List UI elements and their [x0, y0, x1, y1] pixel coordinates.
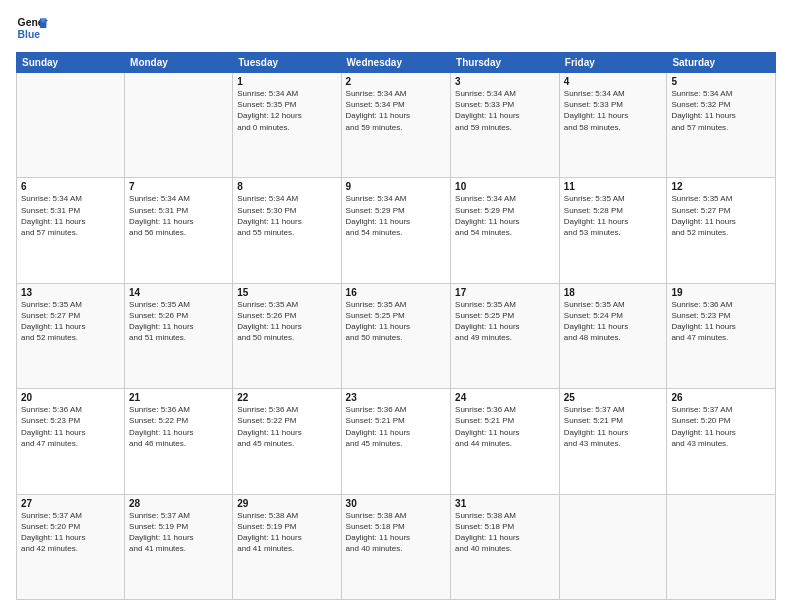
calendar-day-cell: 4Sunrise: 5:34 AM Sunset: 5:33 PM Daylig…: [559, 73, 667, 178]
weekday-header: Thursday: [451, 53, 560, 73]
calendar-week-row: 27Sunrise: 5:37 AM Sunset: 5:20 PM Dayli…: [17, 494, 776, 599]
calendar-day-cell: 31Sunrise: 5:38 AM Sunset: 5:18 PM Dayli…: [451, 494, 560, 599]
day-info: Sunrise: 5:35 AM Sunset: 5:28 PM Dayligh…: [564, 193, 663, 238]
weekday-header: Sunday: [17, 53, 125, 73]
day-info: Sunrise: 5:35 AM Sunset: 5:25 PM Dayligh…: [346, 299, 447, 344]
day-number: 20: [21, 392, 120, 403]
calendar-day-cell: 7Sunrise: 5:34 AM Sunset: 5:31 PM Daylig…: [125, 178, 233, 283]
weekday-header: Saturday: [667, 53, 776, 73]
day-number: 23: [346, 392, 447, 403]
day-number: 10: [455, 181, 555, 192]
day-number: 18: [564, 287, 663, 298]
header: General Blue: [16, 12, 776, 44]
day-info: Sunrise: 5:34 AM Sunset: 5:31 PM Dayligh…: [129, 193, 228, 238]
day-number: 25: [564, 392, 663, 403]
day-info: Sunrise: 5:34 AM Sunset: 5:34 PM Dayligh…: [346, 88, 447, 133]
calendar-day-cell: 2Sunrise: 5:34 AM Sunset: 5:34 PM Daylig…: [341, 73, 451, 178]
calendar-day-cell: 23Sunrise: 5:36 AM Sunset: 5:21 PM Dayli…: [341, 389, 451, 494]
day-info: Sunrise: 5:36 AM Sunset: 5:23 PM Dayligh…: [21, 404, 120, 449]
day-info: Sunrise: 5:35 AM Sunset: 5:27 PM Dayligh…: [21, 299, 120, 344]
day-info: Sunrise: 5:35 AM Sunset: 5:26 PM Dayligh…: [237, 299, 336, 344]
calendar-day-cell: 25Sunrise: 5:37 AM Sunset: 5:21 PM Dayli…: [559, 389, 667, 494]
calendar-day-cell: 10Sunrise: 5:34 AM Sunset: 5:29 PM Dayli…: [451, 178, 560, 283]
day-number: 4: [564, 76, 663, 87]
day-info: Sunrise: 5:34 AM Sunset: 5:32 PM Dayligh…: [671, 88, 771, 133]
calendar-day-cell: 6Sunrise: 5:34 AM Sunset: 5:31 PM Daylig…: [17, 178, 125, 283]
calendar-day-cell: 8Sunrise: 5:34 AM Sunset: 5:30 PM Daylig…: [233, 178, 341, 283]
day-info: Sunrise: 5:35 AM Sunset: 5:25 PM Dayligh…: [455, 299, 555, 344]
calendar-week-row: 1Sunrise: 5:34 AM Sunset: 5:35 PM Daylig…: [17, 73, 776, 178]
calendar-day-cell: 13Sunrise: 5:35 AM Sunset: 5:27 PM Dayli…: [17, 283, 125, 388]
calendar-day-cell: [125, 73, 233, 178]
day-number: 24: [455, 392, 555, 403]
weekday-header: Tuesday: [233, 53, 341, 73]
day-info: Sunrise: 5:37 AM Sunset: 5:19 PM Dayligh…: [129, 510, 228, 555]
day-number: 1: [237, 76, 336, 87]
day-info: Sunrise: 5:34 AM Sunset: 5:35 PM Dayligh…: [237, 88, 336, 133]
day-number: 2: [346, 76, 447, 87]
day-number: 8: [237, 181, 336, 192]
svg-text:Blue: Blue: [18, 29, 41, 40]
day-number: 29: [237, 498, 336, 509]
calendar-day-cell: 24Sunrise: 5:36 AM Sunset: 5:21 PM Dayli…: [451, 389, 560, 494]
day-info: Sunrise: 5:36 AM Sunset: 5:22 PM Dayligh…: [237, 404, 336, 449]
day-info: Sunrise: 5:35 AM Sunset: 5:27 PM Dayligh…: [671, 193, 771, 238]
calendar-week-row: 20Sunrise: 5:36 AM Sunset: 5:23 PM Dayli…: [17, 389, 776, 494]
calendar-day-cell: [559, 494, 667, 599]
calendar-table: SundayMondayTuesdayWednesdayThursdayFrid…: [16, 52, 776, 600]
day-number: 9: [346, 181, 447, 192]
day-info: Sunrise: 5:34 AM Sunset: 5:31 PM Dayligh…: [21, 193, 120, 238]
day-info: Sunrise: 5:35 AM Sunset: 5:24 PM Dayligh…: [564, 299, 663, 344]
calendar-day-cell: 30Sunrise: 5:38 AM Sunset: 5:18 PM Dayli…: [341, 494, 451, 599]
day-number: 28: [129, 498, 228, 509]
calendar-day-cell: 14Sunrise: 5:35 AM Sunset: 5:26 PM Dayli…: [125, 283, 233, 388]
day-info: Sunrise: 5:35 AM Sunset: 5:26 PM Dayligh…: [129, 299, 228, 344]
day-number: 12: [671, 181, 771, 192]
day-info: Sunrise: 5:36 AM Sunset: 5:21 PM Dayligh…: [455, 404, 555, 449]
day-info: Sunrise: 5:34 AM Sunset: 5:30 PM Dayligh…: [237, 193, 336, 238]
calendar-header-row: SundayMondayTuesdayWednesdayThursdayFrid…: [17, 53, 776, 73]
day-number: 16: [346, 287, 447, 298]
calendar-day-cell: 28Sunrise: 5:37 AM Sunset: 5:19 PM Dayli…: [125, 494, 233, 599]
day-info: Sunrise: 5:34 AM Sunset: 5:29 PM Dayligh…: [455, 193, 555, 238]
calendar-day-cell: 19Sunrise: 5:36 AM Sunset: 5:23 PM Dayli…: [667, 283, 776, 388]
day-number: 27: [21, 498, 120, 509]
calendar-day-cell: 5Sunrise: 5:34 AM Sunset: 5:32 PM Daylig…: [667, 73, 776, 178]
day-info: Sunrise: 5:37 AM Sunset: 5:20 PM Dayligh…: [671, 404, 771, 449]
calendar-day-cell: 11Sunrise: 5:35 AM Sunset: 5:28 PM Dayli…: [559, 178, 667, 283]
day-info: Sunrise: 5:37 AM Sunset: 5:20 PM Dayligh…: [21, 510, 120, 555]
day-number: 6: [21, 181, 120, 192]
day-number: 21: [129, 392, 228, 403]
day-number: 26: [671, 392, 771, 403]
day-number: 14: [129, 287, 228, 298]
calendar-day-cell: 17Sunrise: 5:35 AM Sunset: 5:25 PM Dayli…: [451, 283, 560, 388]
weekday-header: Friday: [559, 53, 667, 73]
calendar-day-cell: 20Sunrise: 5:36 AM Sunset: 5:23 PM Dayli…: [17, 389, 125, 494]
calendar-day-cell: 29Sunrise: 5:38 AM Sunset: 5:19 PM Dayli…: [233, 494, 341, 599]
weekday-header: Wednesday: [341, 53, 451, 73]
day-number: 3: [455, 76, 555, 87]
calendar-day-cell: 15Sunrise: 5:35 AM Sunset: 5:26 PM Dayli…: [233, 283, 341, 388]
day-number: 5: [671, 76, 771, 87]
calendar-day-cell: 18Sunrise: 5:35 AM Sunset: 5:24 PM Dayli…: [559, 283, 667, 388]
day-number: 15: [237, 287, 336, 298]
logo-icon: General Blue: [16, 12, 48, 44]
day-number: 19: [671, 287, 771, 298]
calendar-day-cell: 21Sunrise: 5:36 AM Sunset: 5:22 PM Dayli…: [125, 389, 233, 494]
day-info: Sunrise: 5:34 AM Sunset: 5:33 PM Dayligh…: [455, 88, 555, 133]
logo: General Blue: [16, 12, 48, 44]
calendar-day-cell: 1Sunrise: 5:34 AM Sunset: 5:35 PM Daylig…: [233, 73, 341, 178]
day-info: Sunrise: 5:34 AM Sunset: 5:29 PM Dayligh…: [346, 193, 447, 238]
calendar-day-cell: 26Sunrise: 5:37 AM Sunset: 5:20 PM Dayli…: [667, 389, 776, 494]
calendar-week-row: 6Sunrise: 5:34 AM Sunset: 5:31 PM Daylig…: [17, 178, 776, 283]
day-info: Sunrise: 5:36 AM Sunset: 5:23 PM Dayligh…: [671, 299, 771, 344]
calendar-day-cell: [667, 494, 776, 599]
day-info: Sunrise: 5:38 AM Sunset: 5:18 PM Dayligh…: [455, 510, 555, 555]
day-number: 7: [129, 181, 228, 192]
day-info: Sunrise: 5:38 AM Sunset: 5:19 PM Dayligh…: [237, 510, 336, 555]
day-number: 13: [21, 287, 120, 298]
day-number: 30: [346, 498, 447, 509]
day-info: Sunrise: 5:38 AM Sunset: 5:18 PM Dayligh…: [346, 510, 447, 555]
calendar-day-cell: 22Sunrise: 5:36 AM Sunset: 5:22 PM Dayli…: [233, 389, 341, 494]
calendar-day-cell: 12Sunrise: 5:35 AM Sunset: 5:27 PM Dayli…: [667, 178, 776, 283]
